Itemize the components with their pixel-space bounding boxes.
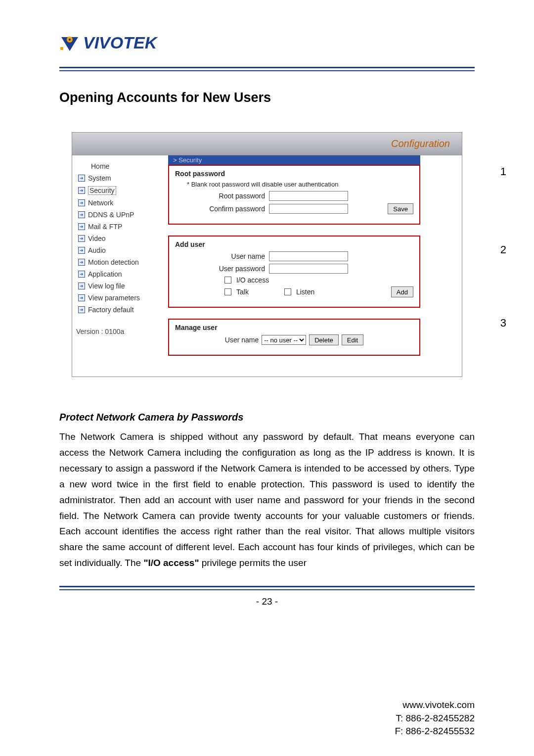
sidebar-label: View log file: [88, 282, 125, 290]
para-pre: The Network Camera is shipped without an…: [59, 431, 475, 568]
footer-url: www.vivotek.com: [395, 699, 475, 712]
sidebar-item-application[interactable]: ➔ Application: [76, 268, 163, 280]
sidebar-label: Security: [88, 186, 116, 195]
sidebar-item-factory[interactable]: ➔ Factory default: [76, 304, 163, 316]
divider-top: [59, 67, 475, 71]
sidebar-item-viewlog[interactable]: ➔ View log file: [76, 280, 163, 292]
root-password-label: Root password: [175, 192, 269, 200]
user-password-input[interactable]: [269, 264, 348, 274]
talk-checkbox[interactable]: [224, 288, 231, 295]
add-user-panel: Add user User name User password I/O acc…: [168, 236, 420, 308]
logo-text: VIVOTEK: [83, 33, 157, 52]
sidebar-label: Factory default: [88, 306, 134, 314]
root-password-panel: Root password * Blank root password will…: [168, 165, 420, 225]
user-name-input[interactable]: [269, 251, 348, 261]
arrow-icon: ➔: [78, 211, 85, 218]
sidebar-label: Video: [88, 235, 106, 242]
arrow-icon: ➔: [78, 294, 85, 301]
sidebar: Home ➔ System ➔ Security ➔ Network ➔ DDN…: [72, 155, 167, 377]
talk-label: Talk: [236, 288, 249, 296]
sidebar-item-ddns[interactable]: ➔ DDNS & UPnP: [76, 209, 163, 221]
version-text: Version : 0100a: [76, 328, 163, 335]
listen-label: Listen: [296, 288, 314, 296]
delete-button[interactable]: Delete: [309, 334, 339, 345]
arrow-icon: ➔: [78, 247, 85, 254]
footer-tel: T: 886-2-82455282: [395, 712, 475, 725]
breadcrumb: > Security: [168, 155, 420, 165]
arrow-icon: ➔: [78, 235, 85, 242]
manage-user-panel: Manage user User name -- no user -- Dele…: [168, 319, 420, 356]
arrow-icon: ➔: [78, 223, 85, 230]
content-area: > Security Root password * Blank root pa…: [167, 155, 462, 377]
user-password-label: User password: [175, 265, 269, 273]
confirm-password-label: Confirm password: [175, 205, 269, 213]
topbar: Configuration: [72, 133, 462, 155]
logo-mark-icon: [59, 32, 80, 53]
annotation-1: 1: [500, 165, 506, 178]
config-screenshot: Configuration Home ➔ System ➔ Security ➔…: [72, 132, 462, 377]
arrow-icon: ➔: [78, 199, 85, 206]
arrow-icon: ➔: [78, 259, 85, 266]
section-title: Opening Accounts for New Users: [59, 90, 475, 105]
user-select[interactable]: -- no user --: [262, 335, 306, 345]
root-password-input[interactable]: [269, 191, 348, 201]
io-access-label: I/O access: [236, 276, 269, 284]
arrow-icon: ➔: [78, 283, 85, 289]
confirm-password-input[interactable]: [269, 204, 348, 214]
footer-fax: F: 886-2-82455532: [395, 725, 475, 738]
arrow-icon: ➔: [78, 306, 85, 313]
root-note: * Blank root password will disable user …: [175, 181, 413, 188]
arrow-icon: ➔: [78, 175, 85, 182]
add-button[interactable]: Add: [391, 286, 413, 297]
sidebar-label: View parameters: [88, 294, 140, 302]
manage-user-label: User name: [225, 336, 259, 344]
sidebar-item-viewparams[interactable]: ➔ View parameters: [76, 292, 163, 304]
listen-checkbox[interactable]: [284, 288, 291, 295]
arrow-icon: ➔: [78, 187, 85, 194]
footer: www.vivotek.com T: 886-2-82455282 F: 886…: [395, 699, 475, 738]
sidebar-label: Motion detection: [88, 258, 139, 266]
para-bold: "I/O access": [143, 558, 199, 568]
save-button[interactable]: Save: [388, 203, 413, 214]
annotation-numbers: 1 2 3: [500, 165, 506, 330]
svg-rect-2: [60, 47, 63, 50]
sidebar-label: Mail & FTP: [88, 223, 122, 231]
divider-bottom: [59, 586, 475, 590]
io-access-checkbox[interactable]: [224, 277, 231, 284]
sidebar-item-audio[interactable]: ➔ Audio: [76, 244, 163, 256]
arrow-icon: ➔: [78, 271, 85, 278]
sidebar-home[interactable]: Home: [76, 160, 163, 172]
annotation-3: 3: [500, 317, 506, 330]
sidebar-item-motion[interactable]: ➔ Motion detection: [76, 256, 163, 268]
sidebar-label: System: [88, 174, 111, 182]
body-paragraph: The Network Camera is shipped without an…: [59, 429, 475, 571]
sidebar-item-network[interactable]: ➔ Network: [76, 197, 163, 209]
user-name-label: User name: [175, 252, 269, 260]
svg-point-1: [69, 39, 71, 41]
add-heading: Add user: [175, 240, 413, 248]
subhead: Protect Network Camera by Passwords: [59, 412, 475, 423]
sidebar-item-mail[interactable]: ➔ Mail & FTP: [76, 221, 163, 233]
sidebar-label: DDNS & UPnP: [88, 211, 134, 219]
sidebar-item-video[interactable]: ➔ Video: [76, 233, 163, 244]
annotation-2: 2: [500, 243, 506, 256]
logo: VIVOTEK: [59, 32, 475, 53]
sidebar-item-security[interactable]: ➔ Security: [76, 184, 163, 197]
edit-button[interactable]: Edit: [342, 334, 363, 345]
page-number: - 23 -: [59, 596, 475, 607]
root-heading: Root password: [175, 170, 413, 178]
sidebar-item-system[interactable]: ➔ System: [76, 172, 163, 184]
sidebar-label: Audio: [88, 246, 106, 254]
sidebar-label: Network: [88, 199, 113, 207]
topbar-title: Configuration: [391, 138, 450, 149]
sidebar-label: Application: [88, 270, 122, 278]
para-post: privilege permits the user: [199, 558, 307, 568]
sidebar-home-label: Home: [91, 162, 109, 170]
manage-heading: Manage user: [175, 324, 413, 331]
